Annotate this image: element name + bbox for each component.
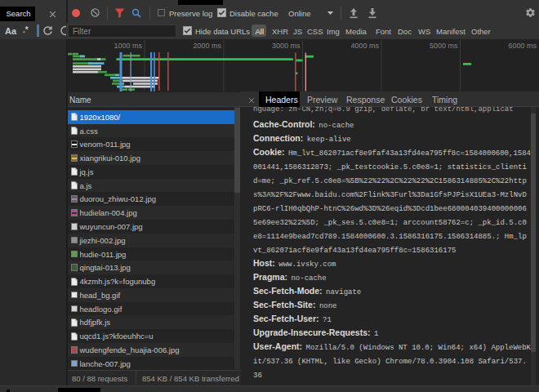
svg-text:2000 ms: 2000 ms	[193, 42, 221, 50]
svg-text:3000 ms: 3000 ms	[272, 42, 301, 50]
svg-text:1000 ms: 1000 ms	[114, 42, 142, 50]
svg-text:5000 ms: 5000 ms	[430, 42, 458, 50]
svg-text:6000 ms: 6000 ms	[508, 42, 537, 50]
svg-text:4000 ms: 4000 ms	[350, 42, 379, 50]
